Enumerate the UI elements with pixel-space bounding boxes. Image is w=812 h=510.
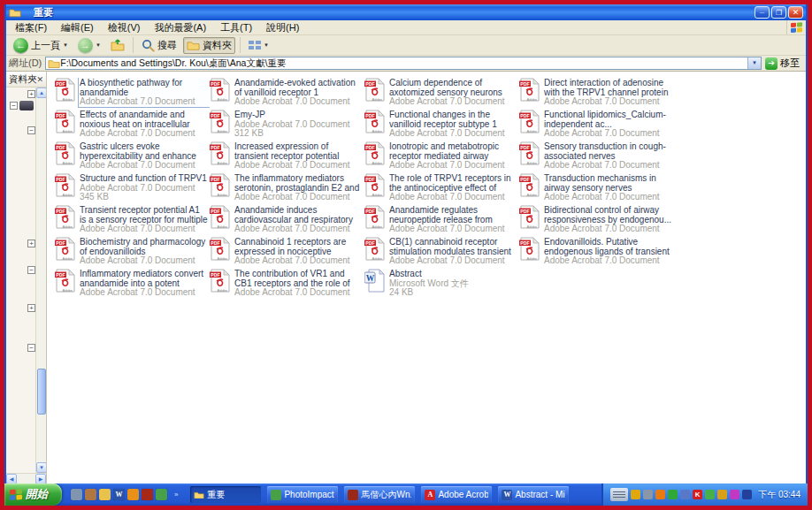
up-button[interactable]	[107, 37, 128, 53]
file-item[interactable]: PDFAdobe Bidirectional control of airway…	[519, 205, 674, 237]
restore-button[interactable]	[771, 6, 786, 19]
tray-icon-phone[interactable]	[643, 490, 653, 499]
file-title: Cannabinoid 1 receptors are expressed in…	[234, 238, 363, 256]
go-button[interactable]: ➔ 移至	[765, 57, 803, 70]
file-item[interactable]: PDFAdobe Anandamide induces cardiovascul…	[210, 205, 364, 237]
desktop-computer-icon[interactable]	[19, 101, 34, 110]
quick-launch-paint-icon[interactable]	[156, 489, 167, 500]
file-item[interactable]: PDFAdobe Transient receptor potential A1…	[55, 205, 210, 237]
minimize-button[interactable]	[755, 6, 770, 19]
pdf-file-icon: PDFAdobe	[55, 237, 75, 261]
title-bar[interactable]: 重要	[6, 4, 806, 20]
file-item[interactable]: PDFAdobe Gastric ulcers evoke hyperexcit…	[55, 141, 210, 173]
quick-launch-icon-2[interactable]	[85, 489, 96, 500]
file-type: Adobe Acrobat 7.0 Document	[544, 97, 672, 107]
taskbar-task-word[interactable]: WAbstract - Mic...	[498, 486, 569, 503]
menu-item-4[interactable]: 工具(T)	[213, 21, 259, 34]
svg-text:PDF: PDF	[56, 177, 65, 182]
file-item[interactable]: PDFAdobe Anandamide-evoked activation of…	[210, 78, 364, 110]
file-item[interactable]: PDFAdobe Structure and function of TRPV1…	[55, 173, 210, 205]
back-button[interactable]: ← 上一頁 ▼	[10, 36, 72, 55]
horizontal-scrollbar[interactable]: ◀ ▶	[6, 473, 46, 483]
file-item[interactable]: PDFAdobe Emy-JP Adobe Acrobat 7.0 Docume…	[210, 110, 364, 141]
scrollbar-thumb[interactable]	[37, 369, 46, 415]
file-type: Adobe Acrobat 7.0 Document	[389, 97, 517, 107]
scroll-right-icon[interactable]: ▶	[35, 474, 46, 483]
start-button[interactable]: 開始	[4, 483, 62, 506]
menu-item-5[interactable]: 說明(H)	[259, 21, 306, 34]
collapse-minus-icon[interactable]: −	[27, 266, 35, 274]
address-path: F:\Documents and Settings\Dr. Kou\桌面\Ana…	[60, 57, 747, 70]
file-item[interactable]: PDFAdobe Cannabinoid 1 receptors are exp…	[210, 237, 364, 269]
expand-plus-icon[interactable]: +	[27, 90, 35, 98]
file-item[interactable]: PDFAdobe Biochemistry and pharmacology o…	[55, 237, 210, 269]
file-item[interactable]: PDFAdobe CB(1) cannabinoid receptor stim…	[364, 237, 519, 269]
file-title: Transient receptor potential A1 is a sen…	[80, 206, 208, 225]
views-button[interactable]: ▼	[245, 38, 272, 52]
collapse-minus-icon[interactable]: −	[10, 102, 18, 110]
vertical-scrollbar[interactable]: ▲ ▼	[35, 88, 46, 473]
quick-launch-icon-1[interactable]	[71, 489, 82, 500]
quick-launch-folder-icon[interactable]	[99, 489, 111, 500]
folders-button[interactable]: 資料夾	[183, 37, 235, 54]
language-bar-icon[interactable]	[610, 488, 628, 501]
file-item[interactable]: PDFAdobe Endovanilloids. Putative endoge…	[519, 237, 674, 269]
address-input[interactable]: F:\Documents and Settings\Dr. Kou\桌面\Ana…	[45, 57, 762, 70]
tray-icon-antivirus[interactable]: K	[693, 490, 702, 499]
back-dropdown-icon[interactable]: ▼	[63, 42, 68, 48]
task-label: 馬偕心內Wn...	[361, 489, 411, 501]
quick-launch-icon-6[interactable]	[142, 489, 153, 500]
tray-icon-green-phone[interactable]	[668, 490, 678, 499]
taskbar-task-photoimpact[interactable]: PhotoImpact -...	[267, 486, 338, 503]
menu-item-0[interactable]: 檔案(F)	[8, 21, 54, 34]
file-item[interactable]: PDFAdobe Ionotropic and metabotropic rec…	[364, 141, 519, 173]
taskbar-task-book[interactable]: 馬偕心內Wn...	[344, 486, 415, 503]
file-item[interactable]: PDFAdobe Increased expression of transie…	[210, 141, 364, 173]
menu-item-2[interactable]: 檢視(V)	[101, 21, 148, 34]
forward-arrow-icon: →	[78, 38, 93, 53]
expand-plus-icon[interactable]: +	[27, 304, 35, 312]
scroll-down-icon[interactable]: ▼	[36, 462, 47, 473]
taskbar-task-acrobat[interactable]: AAdobe Acroba...	[421, 486, 492, 503]
tray-icon-orange[interactable]	[655, 490, 665, 499]
svg-text:PDF: PDF	[520, 145, 529, 150]
collapse-minus-icon[interactable]: −	[27, 344, 35, 352]
quick-launch-icon-5[interactable]	[127, 489, 139, 500]
scroll-up-icon[interactable]: ▲	[36, 88, 47, 98]
task-label: 重要	[207, 489, 225, 501]
expand-plus-icon[interactable]: +	[27, 240, 35, 247]
folders-pane-close-icon[interactable]: ✕	[37, 75, 44, 84]
search-button[interactable]: 搜尋	[138, 37, 180, 54]
tray-icon-coins[interactable]	[717, 490, 727, 499]
file-item[interactable]: PDFAdobe The contribution of VR1 and CB1…	[210, 269, 364, 301]
file-item[interactable]: PDFAdobe The inflammatory mediators sero…	[210, 173, 364, 205]
tray-icon-gold[interactable]	[631, 490, 640, 499]
svg-text:PDF: PDF	[520, 177, 529, 182]
file-item[interactable]: PDFAdobe A biosynthetic pathway for anan…	[55, 78, 210, 110]
tray-icon-blue[interactable]	[680, 490, 690, 499]
close-button[interactable]	[788, 6, 803, 19]
file-item[interactable]: PDFAdobe Functional lipidomics_Calcium-i…	[519, 110, 674, 141]
file-item[interactable]: PDFAdobe Anandamide regulates neuropepti…	[364, 205, 519, 237]
file-item[interactable]: W Abstract Microsoft Word 文件 24 KB	[364, 269, 519, 301]
quick-launch-word-icon[interactable]: W	[113, 489, 125, 500]
file-item[interactable]: PDFAdobe Transduction mechanisms in airw…	[519, 173, 674, 205]
file-item[interactable]: PDFAdobe Inflammatory mediators convert …	[55, 269, 210, 301]
file-item[interactable]: PDFAdobe Sensory transduction in cough-a…	[519, 141, 674, 173]
scroll-left-icon[interactable]: ◀	[6, 474, 17, 483]
file-item[interactable]: PDFAdobe Direct interaction of adenosine…	[519, 78, 674, 110]
file-item[interactable]: PDFAdobe Calcium dependence of axotomize…	[364, 78, 519, 110]
file-item[interactable]: PDFAdobe Functional changes in the vanil…	[364, 110, 519, 141]
menu-item-1[interactable]: 編輯(E)	[54, 21, 101, 34]
collapse-minus-icon[interactable]: −	[27, 126, 35, 134]
tray-icon-messenger[interactable]	[705, 490, 715, 499]
file-item[interactable]: PDFAdobe Effects of anandamide and noxio…	[55, 110, 210, 141]
forward-button[interactable]: → ▼	[74, 36, 104, 55]
taskbar-task-folder[interactable]: 重要	[190, 486, 261, 503]
file-item[interactable]: PDFAdobe The role of TRPV1 receptors in …	[364, 173, 519, 205]
menu-item-3[interactable]: 我的最愛(A)	[147, 21, 213, 34]
tray-icon-clip[interactable]	[730, 490, 739, 499]
tray-icon-navy[interactable]	[742, 490, 752, 499]
svg-text:Adobe: Adobe	[63, 225, 73, 229]
address-dropdown-icon[interactable]: ▼	[747, 57, 761, 69]
